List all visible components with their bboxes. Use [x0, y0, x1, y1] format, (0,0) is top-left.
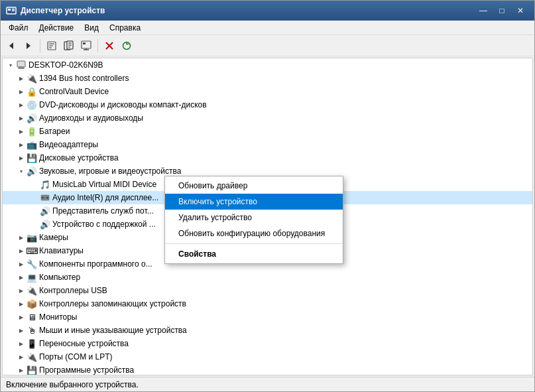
window-controls: — □ ✕ [475, 4, 529, 17]
usb-icon: 🔌 [27, 285, 37, 296]
back-button[interactable] [3, 38, 19, 54]
list-item[interactable]: ▶ 🖱 Мыши и иные указывающие устройства [3, 324, 532, 337]
list-item[interactable]: ▶ 💾 Дисковые устройства [3, 151, 532, 164]
dvd-icon: 💿 [27, 99, 37, 110]
forward-button[interactable] [21, 38, 36, 54]
list-item[interactable]: ▶ 🔌 1394 Bus host controllers [3, 72, 532, 85]
item-portable: Переносные устройства [39, 339, 129, 348]
list-item[interactable]: ▶ 🔒 ControlVault Device [3, 85, 532, 98]
expand-bat[interactable]: ▶ [16, 126, 27, 137]
midi-icon: 🎵 [40, 179, 50, 190]
device-manager-window: Диспетчер устройств — □ ✕ Файл Действие … [0, 0, 535, 392]
item-support: Устройство с поддержкой ... [52, 220, 156, 229]
toolbar [1, 35, 534, 56]
item-intel-audio: Аудио Intel(R) для дисплее... [52, 193, 158, 202]
tree-root[interactable]: ▾ DESKTOP-02K6N9B [3, 58, 532, 72]
mouse-icon: 🖱 [27, 325, 37, 336]
scan-button[interactable] [78, 38, 94, 54]
item-representative: Представитель служб пот... [52, 206, 154, 216]
list-item[interactable]: ▶ 🔌 Порты (COM и LPT) [3, 350, 532, 363]
minimize-button[interactable]: — [475, 4, 492, 17]
expand-disk[interactable]: ▶ [16, 153, 27, 163]
svg-rect-3 [12, 11, 15, 12]
camera-icon: 📷 [27, 232, 37, 243]
item-disk: Дисковые устройства [39, 153, 119, 163]
list-item[interactable]: ▶ 📱 Переносные устройства [3, 337, 532, 350]
video-icon: 📺 [27, 139, 37, 150]
expand-audio-io[interactable]: ▶ [16, 113, 27, 123]
window-icon [6, 5, 17, 16]
expand-portable[interactable]: ▶ [16, 338, 27, 349]
item-audio-io: Аудиовходы и аудиовыходы [39, 113, 143, 123]
computer-icon [16, 60, 27, 70]
menu-view[interactable]: Вид [79, 22, 104, 34]
item-swdev: Программные устройства [39, 365, 134, 375]
expand-video[interactable]: ▶ [16, 139, 27, 150]
list-item[interactable]: ▶ 💾 Программные устройства [3, 363, 532, 375]
list-item[interactable]: ▶ 🖥 Мониторы [3, 310, 532, 324]
svg-rect-1 [8, 9, 11, 11]
item-mice: Мыши и иные указывающие устройства [39, 326, 187, 335]
properties-button[interactable] [44, 38, 60, 54]
root-label: DESKTOP-02K6N9B [29, 60, 103, 70]
expand-cv[interactable]: ▶ [16, 86, 27, 97]
title-bar: Диспетчер устройств — □ ✕ [1, 1, 534, 21]
list-item[interactable]: ▶ 📦 Контроллеры запоминающих устройств [3, 297, 532, 310]
menu-action[interactable]: Действие [34, 22, 80, 34]
disk-icon: 💾 [27, 153, 37, 163]
list-item[interactable]: ▶ 🔊 Аудиовходы и аудиовыходы [3, 111, 532, 125]
root-expand[interactable]: ▾ [5, 60, 16, 70]
expand-dvd[interactable]: ▶ [16, 99, 27, 110]
main-area: ▾ DESKTOP-02K6N9B ▶ 🔌 1394 Bus host cont… [1, 56, 534, 377]
list-item[interactable]: ▶ 💿 DVD-дисководы и дисководы компакт-ди… [3, 98, 532, 111]
item-computer: Компьютер [39, 273, 80, 282]
item-monitors: Мониторы [39, 312, 77, 322]
computer-sub-icon: 💻 [27, 272, 37, 283]
update-button[interactable] [61, 38, 77, 54]
storage-icon: 📦 [27, 298, 37, 309]
expand-mice[interactable]: ▶ [16, 325, 27, 336]
uninstall-button[interactable] [101, 38, 117, 54]
expand-ports[interactable]: ▶ [16, 352, 27, 362]
item-keyboards: Клавиатуры [39, 246, 84, 255]
item-musiclab: MusicLab Virtual MIDI Device [52, 180, 156, 189]
close-button[interactable]: ✕ [512, 4, 529, 17]
ctx-update-driver[interactable]: Обновить драйвер [165, 178, 343, 194]
ctx-scan-hardware[interactable]: Обновить конфигурацию оборудования [165, 226, 343, 241]
list-item[interactable]: ▶ 💻 Компьютер [3, 271, 532, 284]
menu-bar: Файл Действие Вид Справка [1, 21, 534, 35]
svg-rect-22 [17, 61, 25, 67]
item-ports: Порты (COM и LPT) [39, 352, 113, 361]
menu-file[interactable]: Файл [3, 22, 34, 34]
expand-storage[interactable]: ▶ [16, 298, 27, 309]
list-item[interactable]: ▶ 🔌 Контроллеры USB [3, 284, 532, 297]
maximize-button[interactable]: □ [493, 4, 510, 17]
ports-icon: 🔌 [27, 352, 37, 362]
expand-mon[interactable]: ▶ [16, 312, 27, 322]
refresh-button[interactable] [119, 38, 135, 54]
ctx-properties[interactable]: Свойства [165, 246, 343, 262]
item-batteries: Батареи [39, 127, 70, 136]
menu-help[interactable]: Справка [104, 22, 146, 34]
battery-icon: 🔋 [27, 126, 37, 137]
expand-usb[interactable]: ▶ [16, 285, 27, 296]
expand-sound[interactable]: ▾ [16, 166, 27, 176]
expand-swdev[interactable]: ▶ [16, 365, 27, 375]
expand-1394[interactable]: ▶ [16, 73, 27, 84]
status-bar: Включение выбранного устройства. [1, 377, 534, 391]
expand-sw[interactable]: ▶ [16, 259, 27, 269]
list-item[interactable]: ▶ 📺 Видеоадаптеры [3, 138, 532, 151]
list-item[interactable]: ▶ 🔋 Батареи [3, 125, 532, 138]
ctx-uninstall-device[interactable]: Удалить устройство [165, 210, 343, 226]
service-icon: 🔊 [40, 206, 50, 216]
audio-intel-icon [40, 192, 50, 203]
item-1394: 1394 Bus host controllers [39, 74, 129, 83]
expand-cam[interactable]: ▶ [16, 232, 27, 243]
item-dvd: DVD-дисководы и дисководы компакт-дисков [39, 100, 207, 109]
ctx-enable-device[interactable]: Включить устройство [165, 194, 343, 210]
swdev-icon: 💾 [27, 365, 37, 375]
expand-comp[interactable]: ▶ [16, 272, 27, 283]
svg-marker-5 [27, 42, 30, 49]
item-sound-group: Звуковые, игровые и видеоустройства [39, 166, 181, 176]
device-tree[interactable]: ▾ DESKTOP-02K6N9B ▶ 🔌 1394 Bus host cont… [2, 58, 533, 375]
